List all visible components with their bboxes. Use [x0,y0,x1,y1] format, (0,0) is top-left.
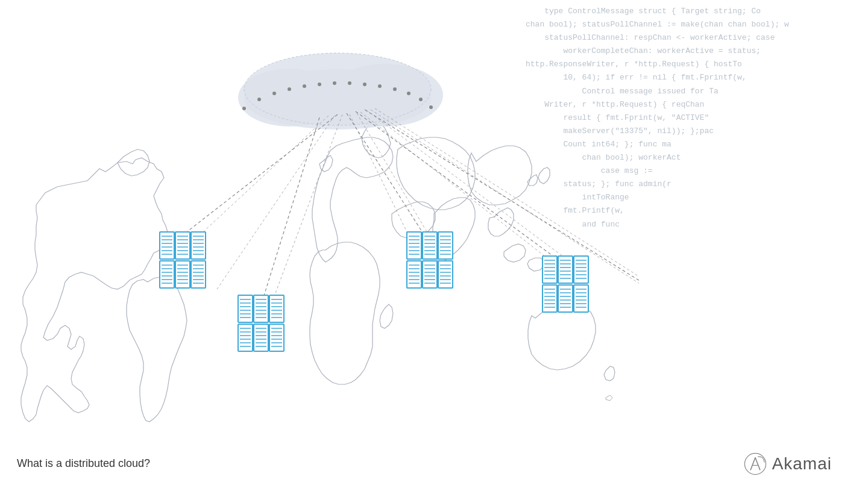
svg-point-23 [378,84,382,88]
svg-point-20 [333,81,336,85]
svg-rect-154 [542,256,557,283]
svg-line-5 [187,116,329,247]
svg-rect-70 [238,295,253,322]
server-group-eu [407,232,453,288]
svg-point-4 [244,53,431,125]
server-group-na-west [160,232,206,288]
svg-rect-105 [269,324,284,351]
akamai-logo-icon [743,452,767,476]
world-map [21,122,615,422]
svg-rect-28 [160,232,174,259]
akamai-logo: Akamai [743,452,832,476]
svg-point-14 [242,107,246,110]
svg-line-11 [366,110,579,268]
svg-point-19 [318,83,321,86]
svg-rect-77 [254,295,268,322]
svg-line-12 [371,110,639,322]
svg-point-0 [244,53,431,125]
svg-rect-182 [558,285,573,312]
svg-rect-91 [238,324,253,351]
svg-rect-56 [175,261,190,288]
svg-line-9 [357,113,434,244]
svg-rect-84 [269,295,284,322]
svg-rect-147 [438,261,453,288]
svg-point-1 [238,69,341,127]
svg-rect-175 [542,285,557,312]
svg-rect-112 [407,232,421,259]
akamai-logo-text: Akamai [772,454,832,474]
server-group-me [542,256,588,312]
svg-rect-119 [423,232,437,259]
svg-point-18 [303,84,306,88]
svg-rect-35 [175,232,190,259]
svg-rect-133 [407,261,421,288]
svg-point-16 [272,92,276,95]
server-group-sa [238,295,284,351]
svg-rect-161 [558,256,573,283]
svg-rect-189 [574,285,588,312]
svg-point-17 [288,87,291,91]
svg-point-15 [257,98,261,101]
svg-line-7 [271,114,342,304]
svg-rect-49 [160,261,174,288]
svg-line-6 [217,116,335,289]
svg-line-8 [350,114,410,238]
connection-me [356,111,565,265]
svg-point-22 [363,83,366,86]
svg-rect-42 [191,232,206,259]
svg-point-21 [348,81,351,85]
svg-point-2 [329,64,443,127]
page-title: What is a distributed cloud? [17,457,150,470]
connection-sa [262,117,319,301]
world-map-svg [0,0,639,452]
code-overlay: type ControlMessage struct { Target stri… [518,0,868,488]
svg-line-13 [375,108,639,330]
svg-rect-140 [423,261,437,288]
cloud-shape [238,53,443,130]
svg-rect-126 [438,232,453,259]
svg-line-10 [360,112,555,264]
svg-point-27 [429,105,433,109]
svg-point-24 [393,87,397,91]
svg-point-238 [744,453,766,474]
svg-rect-63 [191,261,206,288]
connection-apac [365,110,639,325]
svg-rect-168 [574,256,588,283]
svg-point-25 [407,92,410,95]
svg-point-26 [419,98,423,101]
svg-point-3 [244,69,431,130]
connection-na-west [179,114,338,238]
connection-eu [347,113,428,241]
svg-rect-98 [254,324,268,351]
